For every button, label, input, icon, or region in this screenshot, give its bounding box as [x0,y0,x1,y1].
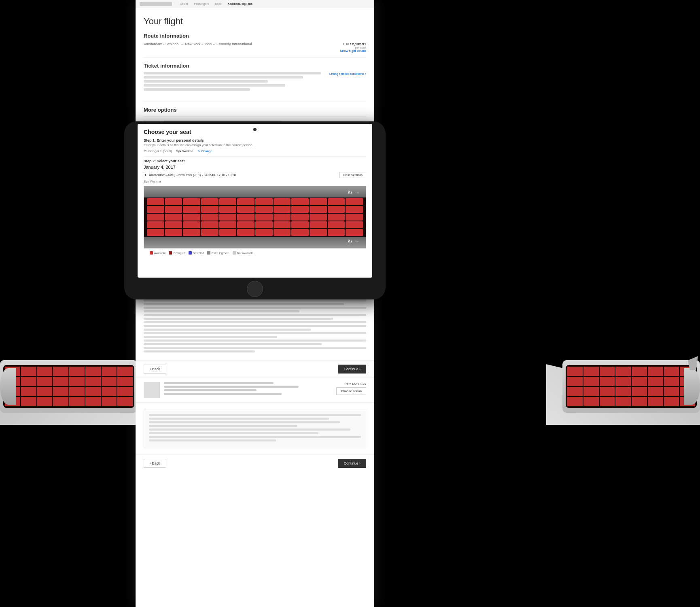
seat-r1c11[interactable] [328,198,345,205]
seat-r5c6[interactable] [237,229,255,236]
seat-r5c4[interactable] [201,229,218,236]
choose-option-btn-3[interactable]: Choose option [336,387,366,395]
seat-r1c2[interactable] [165,198,182,205]
seat-r5c7[interactable] [255,229,273,236]
seat-r1c3[interactable] [183,198,200,205]
seat-r3c6[interactable] [237,214,255,221]
seat-r2c4[interactable] [201,206,218,213]
seat-r4c11[interactable] [328,221,345,228]
tablet-screen: Choose your seat Step 1: Enter your pers… [138,124,372,278]
seat-r2c6[interactable] [237,206,255,213]
tablet-home-button[interactable] [247,281,263,297]
seat-r4c10[interactable] [310,221,327,228]
seat-r2c12[interactable] [346,206,363,213]
seat-r2c11[interactable] [328,206,345,213]
flight-text: Amsterdam (AMS) - New York (JFK) - KL064… [149,173,215,177]
seat-r5c9[interactable] [291,229,309,236]
seat-r3c11[interactable] [328,214,345,221]
ticket-line-5 [144,88,250,91]
seat-r1c10[interactable] [310,198,327,205]
seat-r3c8[interactable] [274,214,291,221]
seat-r4c7[interactable] [255,221,273,228]
seat-r1c5[interactable] [219,198,237,205]
seat-r1c7[interactable] [255,198,273,205]
terms-line-10 [144,332,366,334]
seat-r2c2[interactable] [165,206,182,213]
seat-r2c8[interactable] [274,206,291,213]
ticket-line-4 [144,84,285,87]
flight-details-link[interactable]: Show flight details [340,49,366,53]
seat-r3c9[interactable] [291,214,309,221]
seat-r2c1[interactable] [147,206,164,213]
seat-r5c3[interactable] [183,229,200,236]
option-card-3: From EUR 4.29 Choose option [136,378,374,402]
change-passenger-link[interactable]: ✎ Change [197,149,212,153]
seat-r5c12[interactable] [346,229,363,236]
seat-r4c6[interactable] [237,221,255,228]
seat-chooser-panel: Choose your seat Step 1: Enter your pers… [138,124,372,262]
seatmap-container[interactable]: ↻ → ↻ → [144,186,366,248]
seat-r4c1[interactable] [147,221,164,228]
seat-r5c10[interactable] [310,229,327,236]
seat-r1c4[interactable] [201,198,218,205]
legend-dot-occupied [169,251,172,255]
ticket-section: Ticket information Change ticket conditi… [144,63,366,96]
terms-text-block [136,293,374,360]
seat-r2c9[interactable] [291,206,309,213]
back-button-2[interactable]: ‹ Back [144,459,166,468]
seat-r2c10[interactable] [310,206,327,213]
seat-r3c7[interactable] [255,214,273,221]
seat-r1c12[interactable] [346,198,363,205]
seat-r1c6[interactable] [237,198,255,205]
nav-step-select[interactable]: Select [180,2,188,5]
seat-r5c8[interactable] [274,229,291,236]
legend-dot-extra [207,251,210,255]
flight-date: January 4, 2017 [144,165,366,170]
seat-r4c5[interactable] [219,221,237,228]
option-price-3: From EUR 4.29 [336,382,366,386]
seat-r2c3[interactable] [183,206,200,213]
nose-left [0,368,16,405]
opt3-line2 [164,386,299,388]
close-seatmap-btn[interactable]: Close Seatmap [339,172,366,178]
change-conditions-link[interactable]: Change ticket conditions › [329,72,366,76]
continue-button-1[interactable]: Continue › [338,365,366,374]
seat-r5c5[interactable] [219,229,237,236]
seat-r3c12[interactable] [346,214,363,221]
seat-r1c9[interactable] [291,198,309,205]
fuselage-right [562,360,700,413]
seat-r4c8[interactable] [274,221,291,228]
nav-step-passengers[interactable]: Passengers [194,2,209,5]
seat-r4c9[interactable] [291,221,309,228]
seat-r1c1[interactable] [147,198,164,205]
seat-r5c1[interactable] [147,229,164,236]
seat-r1c8[interactable] [274,198,291,205]
seat-r2c7[interactable] [255,206,273,213]
seat-r4c2[interactable] [165,221,182,228]
nav-step-book[interactable]: Book [215,2,221,5]
seat-r3c2[interactable] [165,214,182,221]
seat-r5c2[interactable] [165,229,182,236]
ticket-line-3 [144,80,268,83]
seat-r4c4[interactable] [201,221,218,228]
terms-line-1 [144,299,366,301]
back-button-1[interactable]: ‹ Back [144,365,166,374]
terms-line-7 [144,321,366,323]
continue-button-2[interactable]: Continue › [338,459,366,468]
seat-r3c1[interactable] [147,214,164,221]
tablet-camera [253,128,257,131]
seat-r3c5[interactable] [219,214,237,221]
seat-r4c3[interactable] [183,221,200,228]
terms-line-12 [144,340,366,342]
nav-step-additional[interactable]: Additional options [227,2,252,5]
legend-unavailable: Not available [233,251,253,255]
seat-r2c5[interactable] [219,206,237,213]
seat-r4c12[interactable] [346,221,363,228]
seat-r3c10[interactable] [310,214,327,221]
seat-r3c3[interactable] [183,214,200,221]
terms-line-11 [144,336,277,338]
legend-dot-selected [189,251,192,255]
plane-icon: ✈ [144,173,147,177]
seat-r3c4[interactable] [201,214,218,221]
seat-r5c11[interactable] [328,229,345,236]
